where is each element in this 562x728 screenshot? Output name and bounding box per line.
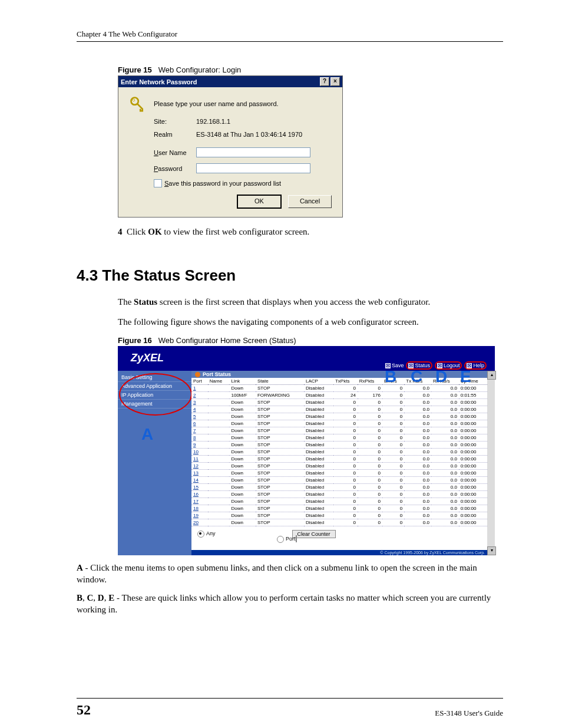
- table-row: 7DownSTOPDisabled0000.00.00:00:00: [191, 427, 487, 434]
- radio-any[interactable]: Any: [197, 531, 216, 538]
- port-link[interactable]: 3: [193, 400, 196, 405]
- login-title: Enter Network Password: [121, 78, 197, 85]
- port-link[interactable]: 17: [193, 499, 199, 504]
- panel-dot-icon: [195, 372, 200, 377]
- scroll-up-icon[interactable]: ▴: [487, 371, 496, 380]
- username-label: User Name: [154, 149, 196, 156]
- port-link[interactable]: 5: [193, 414, 196, 419]
- username-input[interactable]: [196, 147, 310, 157]
- desc-bcde: B, C, D, E - These are quick links which…: [77, 592, 503, 615]
- table-row: 4DownSTOPDisabled0000.00.00:00:00: [191, 406, 487, 413]
- site-label: Site:: [154, 118, 196, 125]
- chapter-header: Chapter 4 The Web Configurator: [77, 29, 503, 42]
- site-value: 192.168.1.1: [196, 118, 332, 125]
- port-link[interactable]: 16: [193, 492, 199, 497]
- table-row: 15DownSTOPDisabled0000.00.00:00:00: [191, 484, 487, 491]
- clear-counter-button[interactable]: Clear Counter: [292, 530, 336, 538]
- table-row: 20DownSTOPDisabled0000.00.00:00:00: [191, 519, 487, 526]
- menu-management[interactable]: Management: [118, 400, 191, 409]
- callout-c: C: [411, 367, 422, 386]
- password-label: Password: [154, 165, 196, 172]
- col-header: TxPkts: [333, 378, 358, 385]
- para-1: The Status screen is the first screen th…: [118, 297, 503, 308]
- port-link[interactable]: 13: [193, 470, 199, 476]
- svg-point-1: [133, 99, 135, 101]
- login-instruction: Please type your user name and password.: [154, 100, 279, 107]
- port-link[interactable]: 2: [193, 393, 196, 398]
- figure16-label: Figure 16 Web Configurator Home Screen (…: [118, 336, 503, 345]
- table-row: 12DownSTOPDisabled0000.00.00:00:00: [191, 463, 487, 470]
- port-link[interactable]: 15: [193, 485, 199, 490]
- save-password-checkbox[interactable]: [154, 179, 162, 187]
- table-row: 6DownSTOPDisabled0000.00.00:00:00: [191, 420, 487, 427]
- col-header: Name: [208, 378, 230, 385]
- port-input[interactable]: [296, 535, 297, 542]
- desc-a: A - Click the menu items to open submenu…: [77, 562, 503, 585]
- callout-e: E: [460, 367, 471, 386]
- figure15-label: Figure 15 Web Configurator: Login: [118, 65, 503, 74]
- port-link[interactable]: 6: [193, 421, 196, 426]
- col-header: Port: [191, 378, 208, 385]
- callout-b: B: [385, 367, 396, 386]
- table-row: 14DownSTOPDisabled0000.00.00:00:00: [191, 477, 487, 484]
- main-panel: Port Status PortNameLinkStateLACPTxPktsR…: [191, 371, 487, 555]
- menu-ip-application[interactable]: IP Application: [118, 391, 191, 400]
- table-row: 8DownSTOPDisabled0000.00.00:00:00: [191, 434, 487, 442]
- scroll-down-icon[interactable]: ▾: [487, 546, 496, 555]
- table-row: 11DownSTOPDisabled0000.00.00:00:00: [191, 456, 487, 463]
- port-link[interactable]: 11: [193, 456, 199, 462]
- port-link[interactable]: 20: [193, 520, 199, 525]
- table-row: 2100M/FFORWARDINGDisabled2417600.00.00:0…: [191, 392, 487, 399]
- login-dialog: Enter Network Password ? × Please type y…: [118, 75, 343, 218]
- scrollbar[interactable]: ▴ ▾: [487, 371, 495, 555]
- port-link[interactable]: 1: [193, 386, 196, 391]
- radio-port[interactable]: Port: [277, 536, 297, 543]
- ok-button[interactable]: OK: [237, 195, 282, 209]
- password-input[interactable]: [196, 163, 310, 173]
- status-screenshot: ZyXEL ☒Save ☒Status ☒Logout ☒Help Basic …: [118, 346, 495, 555]
- page-number: 52: [77, 702, 91, 718]
- copyright: © Copyright 1995-2006 by ZyXEL Communica…: [191, 550, 487, 555]
- port-status-table: PortNameLinkStateLACPTxPktsRxPktsErrorsT…: [191, 378, 487, 526]
- table-row: 10DownSTOPDisabled0000.00.00:00:00: [191, 449, 487, 456]
- guide-title: ES-3148 User's Guide: [435, 709, 503, 718]
- menu-advanced-application[interactable]: Advanced Application: [118, 382, 191, 391]
- cancel-button[interactable]: Cancel: [288, 195, 332, 208]
- close-icon[interactable]: ×: [330, 77, 340, 86]
- port-link[interactable]: 12: [193, 463, 199, 469]
- table-row: 5DownSTOPDisabled0000.00.00:00:00: [191, 413, 487, 420]
- step-4: 4 Click OK to view the first web configu…: [118, 227, 503, 237]
- table-row: 16DownSTOPDisabled0000.00.00:00:00: [191, 491, 487, 498]
- port-link[interactable]: 8: [193, 435, 196, 440]
- zyxel-logo: ZyXEL: [131, 352, 164, 364]
- col-header: Link: [229, 378, 255, 385]
- save-password-label: Save this password in your password list: [164, 180, 281, 187]
- col-header: RxPkts: [358, 378, 382, 385]
- section-heading: 4.3 The Status Screen: [77, 266, 503, 285]
- help-icon[interactable]: ?: [320, 77, 329, 86]
- callout-a: A: [141, 425, 153, 444]
- callout-d: D: [435, 367, 447, 386]
- page-footer: 52 ES-3148 User's Guide: [77, 698, 503, 718]
- port-link[interactable]: 7: [193, 428, 196, 433]
- realm-label: Realm: [154, 131, 196, 138]
- login-titlebar: Enter Network Password ? ×: [118, 76, 342, 87]
- port-link[interactable]: 9: [193, 442, 196, 447]
- port-link[interactable]: 19: [193, 513, 199, 518]
- para-2: The following figure shows the navigatin…: [118, 317, 503, 328]
- port-link[interactable]: 18: [193, 506, 199, 511]
- port-link[interactable]: 14: [193, 477, 199, 483]
- sidebar-menu: Basic Setting Advanced Application IP Ap…: [118, 371, 191, 555]
- table-row: 19DownSTOPDisabled0000.00.00:00:00: [191, 512, 487, 519]
- col-header: State: [256, 378, 304, 385]
- svg-point-0: [131, 98, 138, 105]
- col-header: LACP: [304, 378, 333, 385]
- key-icon: [129, 95, 146, 112]
- menu-basic-setting[interactable]: Basic Setting: [118, 373, 191, 382]
- table-row: 3DownSTOPDisabled0000.00.00:00:00: [191, 399, 487, 406]
- realm-value: ES-3148 at Thu Jan 1 03:46:14 1970: [196, 131, 332, 138]
- port-link[interactable]: 10: [193, 449, 199, 454]
- table-row: 18DownSTOPDisabled0000.00.00:00:00: [191, 505, 487, 512]
- table-row: 17DownSTOPDisabled0000.00.00:00:00: [191, 498, 487, 505]
- port-link[interactable]: 4: [193, 407, 196, 412]
